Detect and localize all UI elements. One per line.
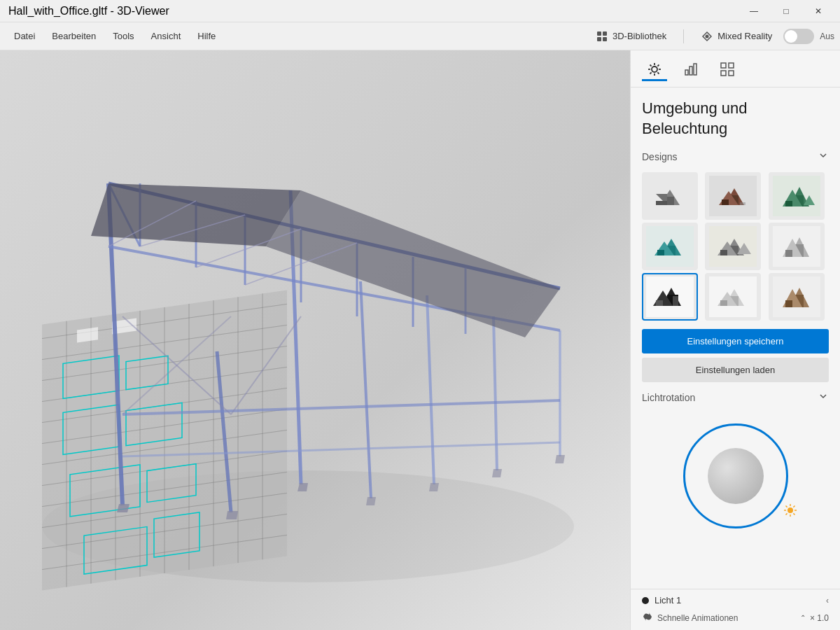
save-settings-button[interactable]: Einstellungen speichern [642, 329, 829, 354]
svg-rect-138 [785, 300, 792, 307]
mixed-reality-toggle[interactable] [783, 29, 814, 44]
lichtrotation-chevron [818, 391, 829, 405]
svg-rect-122 [785, 250, 792, 257]
toggle-state-label: Aus [820, 31, 834, 41]
designs-section-header[interactable]: Designs [642, 150, 829, 164]
svg-line-146 [793, 506, 794, 507]
grid-icon [720, 62, 735, 77]
svg-rect-85 [694, 64, 696, 75]
svg-rect-111 [657, 250, 664, 255]
svg-rect-128 [656, 300, 663, 306]
load-settings-button[interactable]: Einstellungen laden [642, 358, 829, 382]
design-item-5[interactable] [705, 223, 761, 270]
light-rotation-ring [683, 424, 788, 528]
panel-content: Umgebung und Beleuchtung Designs [631, 88, 840, 589]
svg-line-144 [785, 506, 787, 507]
svg-rect-0 [597, 31, 601, 36]
tab-lighting[interactable] [642, 59, 667, 81]
designs-chevron [818, 150, 829, 164]
design-item-7[interactable] [642, 273, 698, 321]
menu-datei[interactable]: Datei [6, 27, 43, 46]
svg-rect-89 [729, 71, 734, 76]
schnelle-expand-btn[interactable]: ⌃ [800, 614, 806, 622]
mixed-reality-icon [701, 30, 713, 43]
mixed-reality-button[interactable]: Mixed Reality [695, 27, 778, 46]
design-item-9[interactable] [769, 273, 825, 321]
menubar-right: 3D-Bibliothek Mixed Reality Aus [590, 27, 834, 46]
menu-ansicht[interactable]: Ansicht [143, 27, 190, 46]
menu-tools[interactable]: Tools [104, 27, 142, 46]
svg-rect-105 [785, 201, 792, 206]
separator [683, 29, 684, 43]
design-item-4[interactable] [642, 223, 698, 270]
design-item-8[interactable] [705, 273, 761, 321]
svg-rect-84 [690, 66, 692, 75]
svg-marker-64 [117, 504, 130, 512]
svg-line-147 [785, 514, 787, 515]
light-rotation-control[interactable] [642, 413, 829, 539]
titlebar-title: Hall_with_Office.gltf - 3D-Viewer [8, 5, 169, 18]
menubar: Datei Bearbeiten Tools Ansicht Hilfe 3D-… [0, 22, 840, 50]
tab-material[interactable] [678, 59, 704, 81]
licht1-dot [642, 597, 649, 604]
minimize-button[interactable]: — [738, 0, 770, 22]
licht1-label: Licht 1 [654, 595, 681, 606]
menu-hilfe[interactable]: Hilfe [189, 27, 224, 46]
licht1-left: Licht 1 [642, 595, 681, 606]
sun-icon [647, 62, 662, 77]
lichtrotation-section-header[interactable]: Lichtrotation [642, 391, 829, 405]
section-title: Umgebung und Beleuchtung [642, 99, 829, 139]
menu-bearbeiten[interactable]: Bearbeiten [43, 27, 104, 46]
svg-rect-133 [720, 300, 727, 306]
svg-marker-56 [91, 183, 301, 246]
design-item-2[interactable] [705, 172, 761, 220]
svg-rect-88 [721, 71, 726, 76]
svg-rect-99 [722, 200, 729, 205]
svg-rect-3 [603, 37, 607, 41]
schnelle-animations-row: Schnelle Animationen ⌃ × 1.0 [642, 611, 829, 624]
svg-rect-2 [597, 37, 601, 41]
bottom-bar: Licht 1 ‹ Schnelle Animationen ⌃ × 1.0 [631, 589, 840, 630]
close-button[interactable]: ✕ [802, 0, 834, 22]
svg-point-4 [706, 34, 709, 38]
right-panel: Umgebung und Beleuchtung Designs [630, 50, 840, 630]
library-button[interactable]: 3D-Bibliothek [590, 27, 672, 46]
svg-line-81 [657, 64, 659, 66]
tab-grid[interactable] [715, 59, 740, 81]
library-icon [596, 30, 608, 43]
svg-rect-94 [656, 201, 667, 205]
schnelle-label: Schnelle Animationen [657, 613, 796, 623]
panel-icon-tabs [631, 50, 840, 88]
design-item-6[interactable] [769, 223, 825, 270]
design-item-3[interactable] [769, 172, 825, 220]
svg-rect-100 [740, 202, 746, 205]
svg-marker-70 [555, 455, 565, 463]
licht1-chevron[interactable]: ‹ [826, 596, 829, 606]
svg-rect-83 [685, 70, 688, 75]
svg-rect-126 [673, 296, 678, 306]
svg-line-79 [650, 64, 652, 66]
scene-svg [0, 50, 630, 630]
svg-marker-65 [226, 511, 238, 519]
svg-rect-116 [720, 250, 727, 255]
design-grid [642, 172, 829, 321]
licht1-row: Licht 1 ‹ [642, 595, 829, 606]
svg-rect-87 [729, 63, 734, 68]
svg-marker-67 [366, 497, 376, 505]
svg-marker-68 [429, 483, 439, 491]
svg-marker-69 [492, 469, 502, 477]
window-controls: — □ ✕ [738, 0, 834, 22]
svg-line-80 [657, 72, 659, 74]
maximize-button[interactable]: □ [770, 0, 802, 22]
designs-label: Designs [642, 151, 678, 162]
design-item-1[interactable] [642, 172, 698, 220]
3d-viewport[interactable] [0, 50, 630, 630]
svg-line-82 [650, 72, 652, 74]
titlebar: Hall_with_Office.gltf - 3D-Viewer — □ ✕ [0, 0, 840, 22]
light-sphere [708, 448, 764, 504]
mixed-reality-label: Mixed Reality [718, 31, 772, 41]
sun-position-icon [783, 503, 797, 521]
schnelle-multiplier: × 1.0 [810, 613, 829, 623]
toggle-knob [785, 30, 797, 43]
lichtrotation-label: Lichtrotation [642, 392, 695, 403]
